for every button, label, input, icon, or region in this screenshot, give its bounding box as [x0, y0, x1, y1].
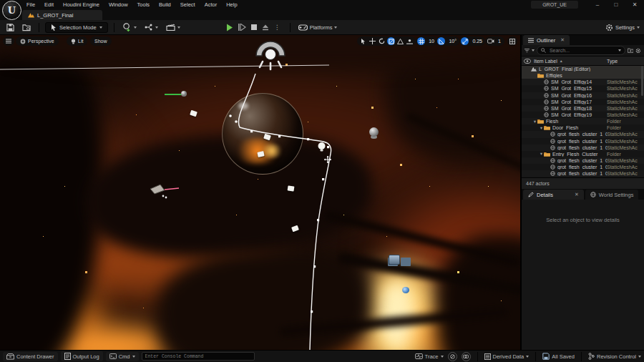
menu-help[interactable]: Help: [226, 1, 237, 8]
tab-details[interactable]: Details ✕: [523, 190, 584, 200]
outliner-search-box[interactable]: [537, 46, 625, 55]
outliner-row[interactable]: SM_Grot_Effigy19StaticMeshAc: [522, 112, 644, 118]
outliner-row[interactable]: L_GROT_Final (Editor): [522, 66, 644, 72]
play-options-kebab-icon[interactable]: ⋮: [274, 24, 280, 31]
tab-outliner[interactable]: Outliner ✕: [523, 35, 570, 45]
menu-select[interactable]: Select: [180, 1, 195, 8]
tab-world-settings[interactable]: World Settings: [585, 190, 639, 200]
outliner-row[interactable]: grot_flesh_cluster_1_0_1StaticMeshAc: [522, 131, 644, 137]
camera-gizmo[interactable]: [147, 182, 183, 200]
fluid-billboard-icon[interactable]: [402, 287, 409, 293]
save-button[interactable]: [4, 22, 16, 33]
note-billboard-icon[interactable]: [288, 185, 295, 191]
spline-path-gizmo[interactable]: [0, 34, 520, 351]
trace-snapshot-button[interactable]: [448, 352, 457, 361]
maximize-viewport-button[interactable]: [507, 36, 517, 46]
close-icon[interactable]: ✕: [560, 37, 565, 43]
eject-button[interactable]: [262, 24, 269, 31]
menu-build[interactable]: Build: [159, 1, 171, 8]
outliner-row[interactable]: grot_flesh_cluster_1_0_1StaticMeshAc: [522, 170, 644, 177]
maximize-button[interactable]: □: [607, 0, 625, 9]
expand-arrow-icon[interactable]: ▼: [539, 126, 544, 130]
outliner-row[interactable]: SM_Grot_Effigy15StaticMeshAc: [522, 85, 644, 92]
outliner-scrollbar[interactable]: [641, 66, 643, 96]
outliner-row[interactable]: grot_flesh_cluster_1_0_1StaticMeshAc: [522, 145, 644, 151]
all-saved-button[interactable]: All Saved: [542, 353, 575, 360]
new-folder-icon[interactable]: [628, 47, 633, 54]
browse-content-button[interactable]: [20, 22, 33, 33]
close-icon[interactable]: ✕: [575, 192, 579, 197]
chevron-down-icon[interactable]: [532, 49, 535, 52]
minimize-button[interactable]: –: [588, 0, 607, 9]
derived-data-dropdown[interactable]: Derived Data: [484, 353, 530, 360]
outliner-row[interactable]: ▼FleshFolder: [522, 118, 644, 124]
grid-snap-toggle[interactable]: 10: [416, 36, 437, 46]
revision-control-dropdown[interactable]: Revision Control: [588, 353, 641, 360]
scale-snap-toggle[interactable]: 0.25: [459, 36, 485, 46]
axis-gizmo[interactable]: [163, 89, 189, 99]
level-tab[interactable]: L_GROT_Final: [22, 10, 102, 20]
expand-arrow-icon[interactable]: ▼: [539, 152, 544, 156]
mesh-icon: [550, 171, 555, 176]
skip-button[interactable]: [238, 24, 246, 31]
play-button[interactable]: [226, 24, 233, 31]
menu-tools[interactable]: Tools: [137, 1, 150, 8]
menu-actor[interactable]: Actor: [205, 1, 218, 8]
outliner-row[interactable]: SM_Grot_Effigy18StaticMeshAc: [522, 105, 644, 112]
search-input[interactable]: [548, 47, 616, 54]
scale-tool-icon[interactable]: [387, 37, 395, 45]
blueprints-button[interactable]: [142, 22, 160, 32]
world-space-icon[interactable]: [396, 37, 404, 45]
platforms-dropdown[interactable]: Platforms: [296, 23, 340, 32]
outliner-row[interactable]: SM_Grot_Effigy14StaticMeshAc: [522, 79, 644, 85]
select-tool-icon[interactable]: [359, 37, 367, 45]
trigger-chip-billboard[interactable]: [389, 255, 400, 265]
light-billboard-icon[interactable]: [252, 40, 289, 72]
perspective-dropdown[interactable]: Perspective: [16, 36, 59, 46]
selection-mode-dropdown[interactable]: Selection Mode: [45, 22, 108, 33]
console-command-input[interactable]: [142, 352, 255, 361]
menu-edit[interactable]: Edit: [44, 1, 54, 8]
viewport-menu-button[interactable]: [3, 36, 14, 46]
menu-houdini-engine[interactable]: Houdini Engine: [63, 1, 99, 8]
expand-arrow-icon[interactable]: ▼: [532, 119, 537, 124]
eye-icon[interactable]: [524, 59, 531, 64]
menu-window[interactable]: Window: [109, 1, 128, 8]
content-drawer-button[interactable]: Content Drawer: [3, 352, 58, 361]
close-button[interactable]: ✕: [625, 0, 644, 9]
menu-file[interactable]: File: [26, 1, 35, 8]
lit-mode-dropdown[interactable]: Lit: [67, 36, 87, 46]
outliner-row[interactable]: SM_Grot_Effigy17StaticMeshAc: [522, 99, 644, 105]
outliner-row[interactable]: grot_flesh_cluster_1_0_1StaticMeshAc: [522, 157, 644, 164]
rotate-tool-icon[interactable]: [378, 37, 386, 45]
filter-icon[interactable]: [525, 48, 530, 54]
outliner-row[interactable]: grot_flesh_cluster_1_0_1StaticMeshAc: [522, 164, 644, 170]
camera-speed-control[interactable]: 1: [485, 36, 504, 46]
outliner-settings-gear-icon[interactable]: [635, 47, 641, 54]
rotation-snap-toggle[interactable]: 10°: [436, 36, 459, 46]
outliner-row[interactable]: Effigies: [522, 72, 644, 79]
outliner-row[interactable]: grot_flesh_cluster_1_0_1StaticMeshAc: [522, 138, 644, 145]
output-log-button[interactable]: Output Log: [61, 351, 103, 361]
level-viewport[interactable]: Perspective Lit Show 10 10° 0.25 1: [0, 34, 520, 351]
cmd-dropdown[interactable]: Cmd: [106, 352, 139, 361]
move-tool-icon[interactable]: [369, 37, 376, 45]
chevron-down-icon[interactable]: [618, 49, 621, 52]
trace-screenshot-button[interactable]: [462, 352, 471, 361]
add-actor-button[interactable]: [120, 21, 139, 33]
column-type[interactable]: Type: [607, 59, 644, 64]
point-light-billboard[interactable]: [317, 142, 326, 153]
stop-button[interactable]: [251, 24, 257, 30]
trace-dropdown[interactable]: Trace: [415, 353, 444, 360]
settings-dropdown[interactable]: Settings: [605, 24, 640, 31]
cinematics-button[interactable]: [164, 22, 182, 32]
surface-snap-icon[interactable]: [406, 37, 414, 45]
show-dropdown[interactable]: Show: [90, 36, 112, 46]
outliner-column-header[interactable]: Item Label ▲ Type: [522, 56, 644, 66]
column-item-label[interactable]: Item Label: [534, 59, 557, 64]
outliner-row[interactable]: SM_Grot_Effigy16StaticMeshAc: [522, 92, 644, 99]
outliner-row[interactable]: ▼Entry_Flesh_ClusterFolder: [522, 151, 644, 157]
move-gizmo-icon[interactable]: [324, 156, 331, 163]
outliner-row[interactable]: ▼Door_FleshFolder: [522, 124, 644, 131]
sphere-billboard-icon[interactable]: [369, 127, 379, 137]
